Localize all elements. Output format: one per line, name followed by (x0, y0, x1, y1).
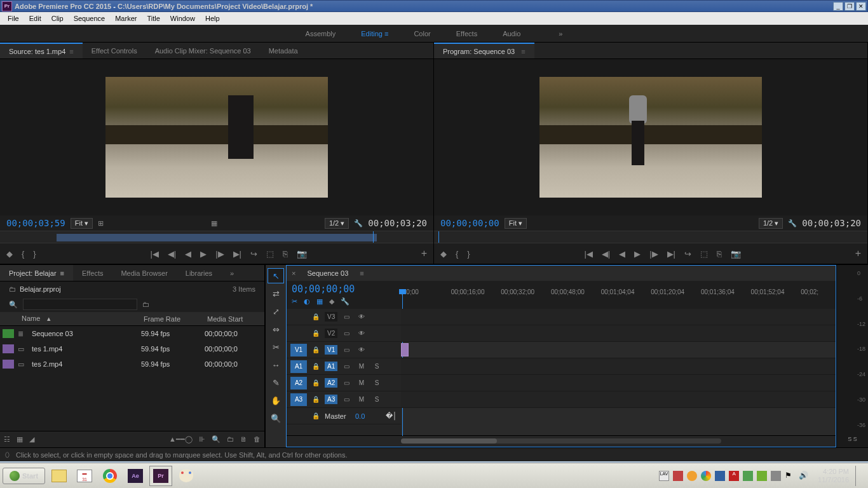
automate-icon[interactable]: ⊪ (199, 435, 205, 444)
tool-button[interactable]: ✎ (268, 376, 283, 390)
tray-icon[interactable] (757, 471, 767, 481)
timeline-tool-icon[interactable]: 🔧 (341, 297, 349, 306)
timeline-tool-icon[interactable]: ✂ (292, 297, 297, 306)
source-tab[interactable]: Audio Clip Mixer: Sequence 03 (146, 43, 260, 58)
transport-button[interactable]: ⬚ (700, 249, 708, 259)
tool-button[interactable]: ↔ (268, 358, 283, 372)
taskbar-clock[interactable]: 4:20 PM 11/7/2016 (818, 468, 849, 484)
menu-sequence[interactable]: Sequence (69, 13, 111, 24)
transport-button[interactable]: } (33, 249, 36, 259)
source-viewport[interactable] (0, 59, 433, 215)
project-tab[interactable]: Libraries (177, 265, 221, 281)
project-tab[interactable]: Media Browser (112, 265, 176, 281)
program-fit-select[interactable]: Fit ▾ (505, 218, 527, 229)
program-res-select[interactable]: 1/2 ▾ (759, 218, 783, 229)
start-button[interactable]: Start (3, 468, 45, 484)
transport-button[interactable]: |◀ (584, 249, 592, 259)
zoom-slider[interactable]: ▲━━◯ (169, 435, 193, 444)
new-bin-icon[interactable]: 🗀 (227, 435, 234, 444)
transport-button[interactable]: |▶ (649, 249, 658, 259)
tool-button[interactable]: ↖ (268, 269, 283, 283)
paint-taskbar-icon[interactable] (175, 466, 198, 486)
sequence-tab[interactable]: Sequence 03 (301, 269, 355, 277)
project-tab[interactable]: Project: Belajar ≡ (0, 265, 73, 281)
project-item[interactable]: ▭tes 1.mp459.94 fps00;00;00;0 (0, 341, 264, 356)
menu-help[interactable]: Help (200, 13, 225, 24)
list-view-icon[interactable]: ☷ (4, 435, 10, 444)
workspace-color[interactable]: Color (414, 30, 430, 37)
transport-button[interactable]: ◀| (168, 249, 176, 259)
header-name[interactable]: Name ▴ (11, 315, 139, 323)
audio-track-header[interactable]: A2🔒A2▭MS (287, 375, 401, 391)
menu-marker[interactable]: Marker (110, 13, 142, 24)
program-viewport[interactable] (434, 59, 867, 215)
transport-button[interactable]: { (22, 249, 24, 259)
transport-button[interactable]: 📷 (297, 249, 307, 259)
workspace-overflow[interactable]: » (559, 30, 562, 37)
tool-button[interactable]: ⇔ (268, 322, 283, 336)
audio-track-header[interactable]: A1🔒A1▭MS (287, 358, 401, 375)
close-tab-icon[interactable]: × (292, 269, 295, 277)
tool-button[interactable]: ✂ (268, 340, 283, 354)
calendar-taskbar-icon[interactable]: ▬31 (73, 466, 96, 486)
menu-edit[interactable]: Edit (24, 13, 46, 24)
tool-button[interactable]: ⇄ (268, 287, 283, 301)
project-search-input[interactable] (23, 299, 137, 310)
transport-button[interactable]: } (467, 249, 470, 259)
tray-icon[interactable] (687, 471, 697, 481)
source-fit-select[interactable]: Fit ▾ (71, 218, 93, 229)
tray-icon[interactable] (673, 471, 683, 481)
workspace-effects[interactable]: Effects (456, 30, 477, 37)
workspace-assembly[interactable]: Assembly (306, 30, 336, 37)
transport-button[interactable]: ▶| (233, 249, 241, 259)
solo-buttons[interactable]: S S (837, 436, 868, 442)
video-track-header[interactable]: 🔒V3▭👁 (287, 309, 401, 325)
tray-volume-icon[interactable]: 🔊 (799, 471, 809, 481)
timeline-ruler[interactable]: ;00;0000;00;16;0000;00;32;0000;00;48;000… (401, 281, 836, 309)
tray-flag-icon[interactable]: ⚑ (785, 471, 795, 481)
menu-file[interactable]: File (3, 13, 24, 24)
source-timecode-left[interactable]: 00;00;03;59 (6, 218, 65, 228)
chrome-taskbar-icon[interactable] (98, 466, 121, 486)
maximize-button[interactable]: ❐ (844, 2, 855, 11)
close-button[interactable]: ✕ (856, 2, 866, 11)
tray-icon[interactable] (715, 471, 725, 481)
master-track-header[interactable]: 🔒Master0.0�│ (287, 408, 401, 424)
timeline-scrollbar[interactable] (287, 435, 836, 447)
transport-button[interactable]: ▶ (634, 249, 641, 259)
video-track-header[interactable]: 🔒V2▭👁 (287, 325, 401, 342)
timeline-tool-icon[interactable]: ◆ (329, 297, 334, 306)
tray-icon[interactable] (701, 471, 711, 481)
new-item-icon[interactable]: 🗎 (240, 435, 247, 444)
trash-icon[interactable]: 🗑 (254, 435, 261, 444)
source-tab[interactable]: Effect Controls (83, 43, 146, 58)
tool-button[interactable]: 🔍 (268, 411, 283, 425)
tray-icon[interactable]: LAV (659, 471, 669, 481)
program-ruler[interactable] (434, 231, 867, 243)
project-item[interactable]: ≣Sequence 0359.94 fps00;00;00;0 (0, 326, 264, 341)
aftereffects-taskbar-icon[interactable]: Ae (124, 466, 147, 486)
header-mediastart[interactable]: Media Start (202, 315, 264, 323)
icon-view-icon[interactable]: ▦ (17, 435, 23, 444)
timeline-tool-icon[interactable]: ◐ (304, 297, 310, 306)
transport-button[interactable]: ⬚ (266, 249, 274, 259)
project-tab[interactable]: Effects (73, 265, 112, 281)
add-button[interactable]: + (855, 248, 861, 259)
transport-button[interactable]: { (456, 249, 458, 259)
menu-window[interactable]: Window (165, 13, 200, 24)
find-icon[interactable]: 🔍 (212, 435, 220, 444)
transport-button[interactable]: 📷 (731, 249, 741, 259)
header-framerate[interactable]: Frame Rate (139, 315, 202, 323)
menu-title[interactable]: Title (142, 13, 165, 24)
tool-button[interactable]: ✋ (268, 393, 283, 407)
transport-button[interactable]: |▶ (215, 249, 224, 259)
transport-button[interactable]: ◀ (619, 249, 625, 259)
source-tab[interactable]: Source: tes 1.mp4≡ (0, 43, 83, 58)
project-item[interactable]: ▭tes 2.mp459.94 fps00;00;00;0 (0, 356, 264, 372)
transport-button[interactable]: ⎘ (717, 249, 722, 259)
workspace-audio[interactable]: Audio (503, 30, 520, 37)
transport-button[interactable]: ↪ (250, 249, 257, 259)
transport-button[interactable]: |◀ (150, 249, 158, 259)
project-tab-overflow[interactable]: » (221, 265, 243, 281)
tray-icon[interactable] (743, 471, 753, 481)
